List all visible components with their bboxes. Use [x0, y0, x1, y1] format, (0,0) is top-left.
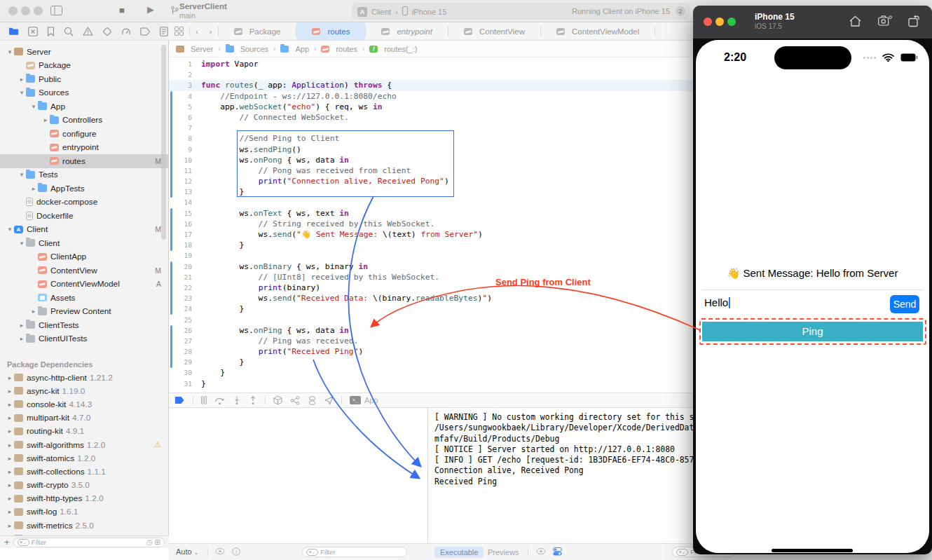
- sidebar-item-package[interactable]: Package: [0, 59, 168, 73]
- dependency-item-swift-atomics[interactable]: ▸swift-atomics1.2.0: [0, 451, 168, 465]
- tab-contentviewmodel[interactable]: ContentViewModel: [541, 22, 655, 40]
- disclosure-chevron-icon[interactable]: ▸: [6, 482, 14, 489]
- code-line[interactable]: 16 // String received by this WebSocket.: [169, 219, 693, 229]
- eye-icon[interactable]: [215, 547, 225, 556]
- sidebar-item-client[interactable]: ▾Client: [0, 236, 168, 250]
- sidebar-item-public[interactable]: ▸Public: [0, 72, 168, 86]
- sidebar-item-controllers[interactable]: ▸Controllers: [0, 114, 168, 128]
- console-toggles-icon[interactable]: [553, 547, 562, 557]
- view-debugger-icon[interactable]: [273, 395, 282, 405]
- navigator-filter-input[interactable]: ≡⌄ Filter ◷ ⊞: [13, 538, 165, 547]
- dependency-item-swift-log[interactable]: ▸swift-log1.6.1: [0, 505, 168, 519]
- sidebar-item-clientuitests[interactable]: ▸ClientUITests: [0, 332, 168, 346]
- info-icon[interactable]: i: [232, 547, 240, 557]
- home-button-icon[interactable]: [849, 15, 862, 30]
- breadcrumb-item-routes[interactable]: routes: [321, 45, 357, 53]
- screenshot-icon[interactable]: [878, 15, 892, 29]
- activity-badge[interactable]: 2: [676, 6, 685, 16]
- code-line[interactable]: 30 }: [169, 367, 693, 378]
- environment-overrides-icon[interactable]: [308, 396, 317, 405]
- minimize-window-button[interactable]: [715, 18, 724, 26]
- source-control-icon[interactable]: [28, 27, 38, 36]
- disclosure-chevron-icon[interactable]: ▸: [29, 185, 38, 192]
- dependency-item-routing-kit[interactable]: ▸routing-kit4.9.1: [0, 425, 168, 438]
- rotate-device-icon[interactable]: [907, 15, 920, 30]
- sidebar-item-clienttests[interactable]: ▸ClientTests: [0, 318, 168, 332]
- disclosure-chevron-icon[interactable]: ▸: [6, 401, 14, 408]
- forward-button[interactable]: ›: [204, 22, 218, 40]
- disclosure-chevron-icon[interactable]: ▾: [18, 240, 26, 247]
- scheme-status-pill[interactable]: A Client › iPhone 15 Running Client on i…: [352, 3, 690, 20]
- breakpoints-icon[interactable]: [140, 27, 151, 36]
- issues-icon[interactable]: [83, 27, 93, 36]
- breadcrumb-item-app[interactable]: App: [280, 45, 309, 53]
- dependency-item-swift-algorithms[interactable]: ▸swift-algorithms1.2.0⚠: [0, 438, 168, 451]
- code-line[interactable]: 26 ws.onPing { ws, data in: [169, 325, 693, 336]
- step-out-icon[interactable]: [249, 396, 257, 405]
- sidebar-item-dockerfile[interactable]: Dockerfile: [0, 209, 168, 223]
- back-button[interactable]: ‹: [190, 22, 204, 40]
- disclosure-chevron-icon[interactable]: ▸: [18, 322, 26, 329]
- breadcrumb-item-routes-[interactable]: froutes(_:): [369, 45, 417, 53]
- code-line[interactable]: 20 ws.onBinary { ws, binary in: [169, 261, 693, 272]
- disclosure-chevron-icon[interactable]: ▸: [41, 116, 50, 123]
- minimize-window-button[interactable]: [21, 6, 30, 15]
- code-line[interactable]: 17 ws.send("👋 Sent Message: \(text) from…: [169, 229, 693, 240]
- disclosure-chevron-icon[interactable]: ▸: [6, 455, 14, 462]
- memory-graph-icon[interactable]: [290, 396, 300, 405]
- sidebar-item-preview-content[interactable]: ▸Preview Content: [0, 305, 168, 319]
- sidebar-item-client[interactable]: ▾AClientM: [0, 223, 168, 237]
- dependency-item-multipart-kit[interactable]: ▸multipart-kit4.7.0: [0, 411, 168, 425]
- step-over-icon[interactable]: [214, 396, 225, 405]
- executable-filter-pill[interactable]: Executable: [434, 547, 484, 558]
- debug-gauge-icon[interactable]: [121, 27, 131, 36]
- sidebar-item-tests[interactable]: ▾Tests: [0, 168, 168, 182]
- disclosure-chevron-icon[interactable]: ▾: [18, 171, 26, 178]
- sidebar-item-contentviewmodel[interactable]: ContentViewModelA: [0, 278, 168, 292]
- find-icon[interactable]: [64, 27, 74, 36]
- scm-filter-icon[interactable]: ⊞: [155, 538, 160, 546]
- disclosure-chevron-icon[interactable]: ▾: [6, 48, 14, 55]
- message-text-field[interactable]: Hello: [704, 296, 730, 308]
- disclosure-chevron-icon[interactable]: ▸: [6, 508, 14, 515]
- variables-filter-input[interactable]: ≡⌄ Filter: [302, 547, 407, 557]
- disclosure-chevron-icon[interactable]: ▸: [6, 374, 14, 381]
- variables-view-mode[interactable]: Auto ⌄: [176, 547, 198, 556]
- sidebar-item-routes[interactable]: routesM: [0, 154, 168, 168]
- disclosure-chevron-icon[interactable]: ▸: [6, 442, 14, 449]
- eye-icon[interactable]: [536, 547, 546, 556]
- run-button[interactable]: ▶: [147, 4, 154, 15]
- dependency-item-swift-metrics[interactable]: ▸swift-metrics2.5.0: [0, 519, 168, 532]
- disclosure-chevron-icon[interactable]: ▸: [6, 428, 14, 435]
- dependency-item-async-http-client[interactable]: ▸async-http-client1.21.2: [0, 371, 168, 384]
- process-chip[interactable]: >_App: [350, 396, 378, 404]
- source-editor[interactable]: 1import Vapor23func routes(_ app: Applic…: [169, 57, 693, 392]
- breadcrumb-item-sources[interactable]: Sources: [226, 45, 268, 53]
- disclosure-chevron-icon[interactable]: ▸: [6, 414, 14, 421]
- sidebar-item-entrypoint[interactable]: entrypoint: [0, 141, 168, 155]
- zoom-window-button[interactable]: [34, 6, 43, 15]
- sidebar-scrollbar[interactable]: [161, 45, 166, 240]
- code-line[interactable]: 25: [169, 315, 693, 325]
- code-line[interactable]: 24 }: [169, 303, 693, 314]
- add-button[interactable]: +: [4, 537, 10, 547]
- step-into-icon[interactable]: [233, 396, 241, 405]
- sidebar-item-docker-compose[interactable]: docker-compose: [0, 196, 168, 210]
- sidebar-item-app[interactable]: ▾App: [0, 100, 168, 114]
- code-line[interactable]: 29 }: [169, 357, 693, 367]
- sidebar-toggle-icon[interactable]: [50, 6, 62, 18]
- dependency-item-swift-crypto[interactable]: ▸swift-crypto3.5.0: [0, 479, 168, 492]
- tests-icon[interactable]: [102, 27, 112, 36]
- tab-entrypoint[interactable]: entrypoint: [366, 22, 448, 40]
- disclosure-chevron-icon[interactable]: ▸: [6, 468, 14, 475]
- zoom-window-button[interactable]: [727, 18, 736, 26]
- sidebar-item-configure[interactable]: configure: [0, 127, 168, 141]
- send-button[interactable]: Send: [890, 295, 919, 313]
- stop-button[interactable]: ■: [119, 5, 125, 15]
- code-line[interactable]: 4 //Endpoint - ws://127.0.0.1:8080/echo: [169, 91, 693, 102]
- sidebar-item-sources[interactable]: ▾Sources: [0, 86, 168, 100]
- code-line[interactable]: 6 // Connected WebSocket.: [169, 112, 693, 123]
- code-line[interactable]: 2: [169, 69, 693, 80]
- reports-icon[interactable]: [160, 27, 168, 36]
- disclosure-chevron-icon[interactable]: ▸: [6, 495, 14, 502]
